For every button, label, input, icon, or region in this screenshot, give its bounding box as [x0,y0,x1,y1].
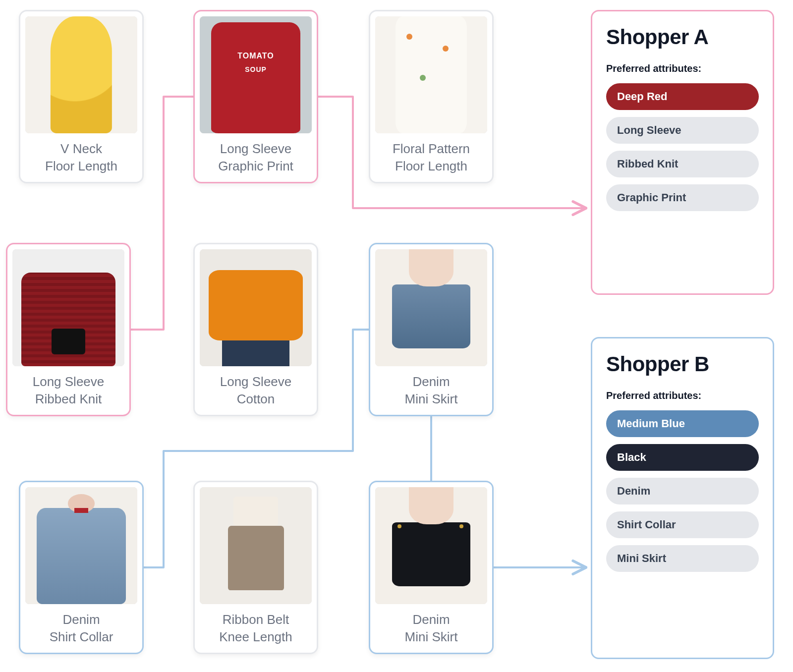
product-attributes: Long Sleeve Graphic Print [200,133,312,177]
product-attributes: Floral Pattern Floor Length [375,133,487,177]
product-image-red-sweater [12,249,124,366]
shopper-a-subtitle: Preferred attributes: [606,63,759,74]
shopper-b-panel: Shopper B Preferred attributes: Medium B… [591,337,774,659]
product-attr-1: Floral Pattern [393,141,470,156]
product-image-floral-white [375,16,487,133]
attribute-pill[interactable]: Shirt Collar [606,511,759,538]
product-attr-2: Cotton [237,392,275,406]
attribute-pill[interactable]: Denim [606,478,759,504]
product-card[interactable]: Ribbon Belt Knee Length [193,481,318,654]
attribute-pill[interactable]: Deep Red [606,83,759,110]
product-attr-2: Ribbed Knit [35,392,102,406]
product-image-orange-top [200,249,312,366]
product-image-khaki-skirt [200,487,312,604]
product-attr-1: Long Sleeve [220,141,292,156]
attribute-pill[interactable]: Graphic Print [606,184,759,211]
product-card[interactable]: Floral Pattern Floor Length [369,10,494,183]
product-image-black-mini [375,487,487,604]
product-attributes: Long Sleeve Cotton [200,366,312,410]
product-image-denim-jacket [25,487,137,604]
product-attr-2: Mini Skirt [405,392,458,406]
shopper-a-panel: Shopper A Preferred attributes: Deep Red… [591,10,774,295]
product-attr-2: Knee Length [219,629,292,644]
product-card[interactable]: Long Sleeve Cotton [193,243,318,416]
attribute-pill[interactable]: Medium Blue [606,410,759,437]
attribute-pill[interactable]: Black [606,444,759,471]
product-attr-2: Graphic Print [218,159,293,173]
product-image-denim-mini [375,249,487,366]
shopper-a-title: Shopper A [606,25,759,49]
product-attr-1: V Neck [60,141,102,156]
product-card[interactable]: Denim Mini Skirt [369,243,494,416]
product-image-yellow-maxi [25,16,137,133]
diagram-stage: V Neck Floor Length TOMATO SOUP Long Sle… [0,0,793,672]
product-attr-2: Mini Skirt [405,629,458,644]
product-card[interactable]: V Neck Floor Length [19,10,144,183]
product-attributes: Denim Shirt Collar [25,604,137,648]
product-attr-1: Denim [62,612,100,627]
product-attributes: Ribbon Belt Knee Length [200,604,312,648]
attribute-pill[interactable]: Long Sleeve [606,117,759,144]
product-attributes: Denim Mini Skirt [375,604,487,648]
product-attr-1: Long Sleeve [220,374,292,389]
shopper-b-subtitle: Preferred attributes: [606,390,759,401]
product-attr-2: Floor Length [395,159,467,173]
product-attr-1: Denim [412,612,450,627]
product-card[interactable]: TOMATO SOUP Long Sleeve Graphic Print [193,10,318,183]
product-attributes: Long Sleeve Ribbed Knit [12,366,124,410]
product-card[interactable]: Denim Mini Skirt [369,481,494,654]
attribute-pill[interactable]: Ribbed Knit [606,151,759,177]
product-attributes: V Neck Floor Length [25,133,137,177]
product-card[interactable]: Denim Shirt Collar [19,481,144,654]
product-attr-2: Shirt Collar [50,629,113,644]
product-attr-1: Denim [412,374,450,389]
product-card[interactable]: Long Sleeve Ribbed Knit [6,243,131,416]
attribute-pill[interactable]: Mini Skirt [606,545,759,572]
product-attributes: Denim Mini Skirt [375,366,487,410]
product-attr-1: Ribbon Belt [223,612,289,627]
shopper-b-title: Shopper B [606,352,759,376]
product-image-tomato-soup: TOMATO SOUP [200,16,312,133]
product-attr-1: Long Sleeve [33,374,105,389]
product-attr-2: Floor Length [45,159,117,173]
